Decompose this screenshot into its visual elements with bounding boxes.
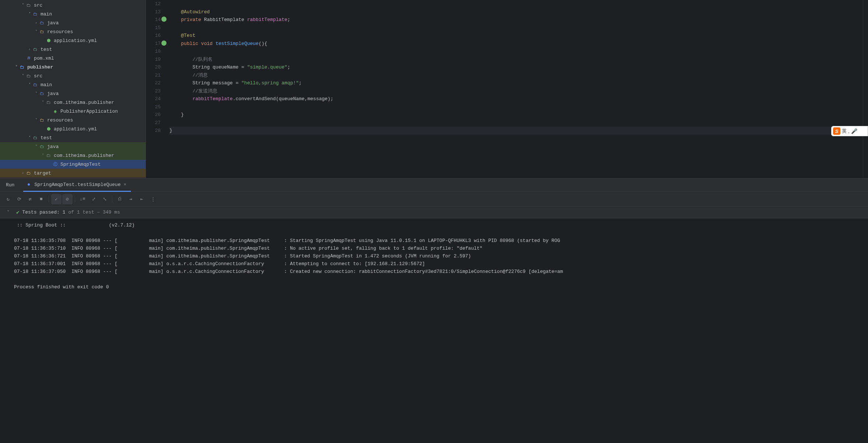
gutter-line[interactable]: 24: [146, 95, 161, 103]
gutter-line[interactable]: 13: [146, 8, 161, 16]
tree-item-springamqptest[interactable]: ⒸSpringAmqpTest: [0, 160, 146, 169]
code-editor[interactable]: 1213141516171819202122232425262728 @Auto…: [146, 0, 868, 178]
show-passed-button[interactable]: ✓: [51, 194, 62, 204]
gutter-line[interactable]: 17: [146, 40, 161, 48]
screenshot-button[interactable]: ⎙: [115, 194, 125, 204]
chevron-icon[interactable]: ›: [20, 171, 26, 175]
tree-item-com-itheima-publisher[interactable]: ˅🗀com.itheima.publisher: [0, 151, 146, 160]
tree-item-label: main: [41, 82, 52, 88]
expand-all-button[interactable]: ⤢: [88, 194, 99, 204]
code-line[interactable]: //队列名: [169, 56, 863, 64]
tree-item-pom-xml[interactable]: mpom.xml: [0, 54, 146, 63]
gutter-line[interactable]: 22: [146, 79, 161, 87]
tree-item-java[interactable]: ˅🗀java: [0, 142, 146, 151]
chevron-icon[interactable]: ˅: [33, 29, 39, 34]
rerun-button[interactable]: ↻: [3, 194, 13, 204]
tree-item-src[interactable]: ˅🗀src: [0, 1, 146, 10]
code-line[interactable]: [169, 119, 863, 127]
gutter-line[interactable]: 28: [146, 127, 161, 135]
chevron-icon[interactable]: ˅: [33, 118, 39, 122]
close-icon[interactable]: ×: [123, 182, 126, 187]
chevron-icon[interactable]: ˅: [20, 74, 26, 78]
gutter-line[interactable]: 14: [146, 16, 161, 24]
chevron-icon[interactable]: ˅: [13, 65, 19, 69]
gutter-line[interactable]: 20: [146, 63, 161, 71]
gutter-line[interactable]: 16: [146, 32, 161, 40]
tree-item-application-yml[interactable]: ⬢application.yml: [0, 124, 146, 133]
console-output[interactable]: :: Spring Boot :: (v2.7.12) 07-18 11:36:…: [0, 218, 868, 443]
code-line[interactable]: }: [169, 111, 863, 119]
gutter-line[interactable]: 19: [146, 56, 161, 64]
chevron-icon[interactable]: ˅: [27, 82, 32, 87]
gutter-line[interactable]: 21: [146, 71, 161, 80]
chevron-icon[interactable]: ˅: [40, 100, 46, 105]
gutter-line[interactable]: 12: [146, 0, 161, 8]
tree-item-label: src: [34, 73, 42, 79]
tree-item-application-yml[interactable]: ⬢application.yml: [0, 36, 146, 45]
tree-item-src[interactable]: ˅🗀src: [0, 71, 146, 80]
tree-item-resources[interactable]: ˅🗀resources: [0, 27, 146, 36]
code-line[interactable]: [169, 103, 863, 111]
collapse-all-button[interactable]: ⤡: [99, 194, 110, 204]
export-tests-button[interactable]: ⇤: [137, 194, 147, 204]
code-line[interactable]: @Test: [169, 32, 863, 40]
test-status-bar[interactable]: ˅ ✔ Tests passed: 1 of 1 test – 349 ms: [0, 207, 868, 218]
chevron-icon[interactable]: ˅: [20, 3, 26, 7]
tree-item-pom-xml[interactable]: mpom.xml: [0, 177, 146, 178]
tree-item-java[interactable]: ˅🗀java: [0, 89, 146, 98]
code-line[interactable]: private RabbitTemplate rabbitTemplate;: [169, 16, 863, 24]
tree-item-test[interactable]: ˅🗀test: [0, 133, 146, 142]
test-status-text: Tests passed: 1 of 1 test – 349 ms: [22, 210, 120, 215]
code-line[interactable]: //发送消息: [169, 87, 863, 95]
code-line[interactable]: [169, 48, 863, 56]
tree-item-publisherapplication[interactable]: ◉PublisherApplication: [0, 107, 146, 116]
rerun-failed-button[interactable]: ⟳: [14, 194, 24, 204]
chevron-icon[interactable]: ˅: [40, 153, 46, 158]
tree-item-test[interactable]: ›🗀test: [0, 45, 146, 54]
sort-button[interactable]: ↓≡: [77, 194, 88, 204]
chevron-icon[interactable]: ˅: [27, 136, 32, 140]
chevron-icon[interactable]: ˅: [27, 12, 32, 16]
tree-item-main[interactable]: ˅🗀main: [0, 80, 146, 89]
chevron-down-icon[interactable]: ˅: [3, 207, 13, 218]
chevron-icon[interactable]: ˅: [33, 144, 39, 149]
gutter-line[interactable]: 23: [146, 87, 161, 95]
gutter-line[interactable]: 25: [146, 103, 161, 111]
ime-lang: 英: [842, 128, 847, 134]
gutter-line[interactable]: 18: [146, 48, 161, 56]
toggle-auto-test-button[interactable]: ⇄: [25, 194, 35, 204]
tree-item-publisher[interactable]: ˅🗀publisher: [0, 63, 146, 71]
code-line[interactable]: rabbitTemplate.convertAndSend(queueName,…: [169, 95, 863, 103]
gutter-line[interactable]: 27: [146, 119, 161, 127]
tree-item-target[interactable]: ›🗀target: [0, 169, 146, 177]
tree-item-label: pom.xml: [34, 56, 54, 61]
code-line[interactable]: String message = "hello,spring amqp!";: [169, 79, 863, 87]
gutter-run-icon[interactable]: [161, 41, 167, 46]
ime-indicator[interactable]: S 英 , 🎤: [831, 126, 868, 136]
gutter-line[interactable]: 26: [146, 111, 161, 119]
editor-scrollbar[interactable]: [863, 0, 868, 178]
run-tab-active[interactable]: SpringAmqpTest.testSimpleQueue ×: [23, 179, 131, 192]
import-tests-button[interactable]: ⇥: [126, 194, 136, 204]
gutter-run-icon[interactable]: [161, 17, 167, 22]
tree-item-resources[interactable]: ˅🗀resources: [0, 116, 146, 124]
code-line[interactable]: //消息: [169, 71, 863, 80]
code-line[interactable]: [169, 0, 863, 8]
stop-button[interactable]: ■: [36, 194, 46, 204]
code-line[interactable]: public void testSimpleQueue(){: [169, 40, 863, 48]
tree-item-main[interactable]: ˅🗀main: [0, 10, 146, 18]
show-ignored-button[interactable]: ⊘: [62, 194, 73, 204]
chevron-icon[interactable]: ˅: [33, 91, 39, 96]
code-line[interactable]: }: [169, 127, 863, 135]
chevron-icon[interactable]: ›: [27, 48, 32, 52]
tree-item-label: java: [47, 91, 59, 96]
tree-item-java[interactable]: ›🗀java: [0, 18, 146, 27]
code-line[interactable]: String queueName = "simple.queue";: [169, 63, 863, 71]
code-line[interactable]: [169, 24, 863, 32]
code-line[interactable]: @Autowired: [169, 8, 863, 16]
tree-item-label: test: [41, 47, 52, 52]
chevron-icon[interactable]: ›: [33, 21, 39, 25]
more-button[interactable]: ⋮: [148, 194, 158, 204]
tree-item-com-itheima-publisher[interactable]: ˅🗀com.itheima.publisher: [0, 98, 146, 107]
gutter-line[interactable]: 15: [146, 24, 161, 32]
